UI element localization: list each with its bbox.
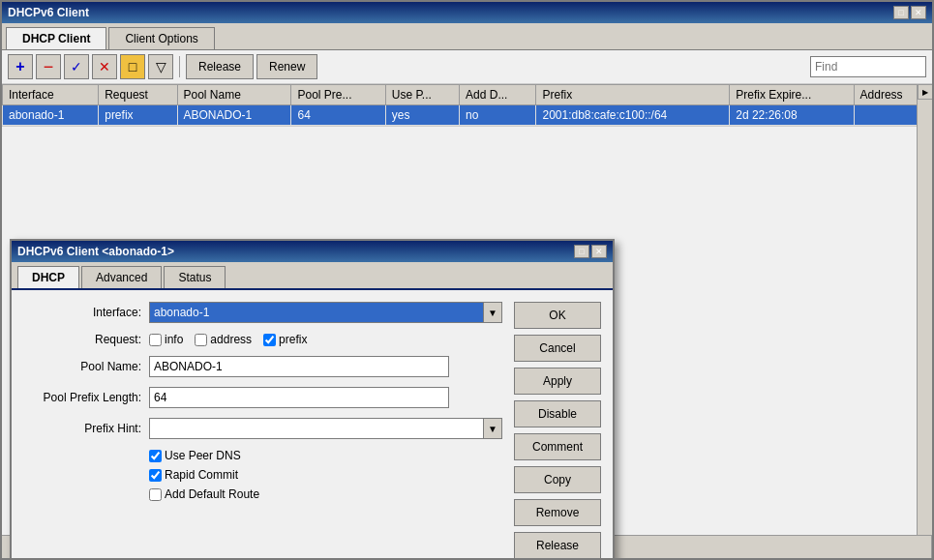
dialog-title: DHCPv6 Client <abonado-1> xyxy=(17,245,174,258)
main-window: DHCPv6 Client □ ✕ DHCP Client Client Opt… xyxy=(0,0,934,560)
copy-button[interactable]: Copy xyxy=(514,466,601,493)
filter-button[interactable]: ▽ xyxy=(148,54,173,79)
main-tab-bar: DHCP Client Client Options xyxy=(2,23,932,50)
add-default-route-checkbox[interactable] xyxy=(149,488,162,501)
rapid-commit-item[interactable]: Rapid Commit xyxy=(149,468,502,482)
request-info-label: info xyxy=(165,333,183,346)
rapid-commit-checkbox[interactable] xyxy=(149,469,162,482)
remove-button[interactable]: Remove xyxy=(514,499,601,526)
col-interface[interactable]: Interface xyxy=(3,85,99,105)
content-area: Interface Request Pool Name Pool Pre... … xyxy=(2,84,932,558)
toolbar-separator xyxy=(179,56,180,77)
pool-prefix-input[interactable] xyxy=(149,387,449,408)
tab-advanced[interactable]: Advanced xyxy=(81,266,162,288)
dialog-title-bar: DHCPv6 Client <abonado-1> □ ✕ xyxy=(12,241,613,262)
request-checkboxes: info address prefix xyxy=(149,333,307,346)
minimize-button[interactable]: □ xyxy=(893,6,909,19)
note-button[interactable]: □ xyxy=(120,54,145,79)
request-address-item[interactable]: address xyxy=(195,333,252,346)
col-prefix[interactable]: Prefix xyxy=(536,85,730,105)
check-button[interactable]: ✓ xyxy=(64,54,89,79)
pool-prefix-row: Pool Prefix Length: xyxy=(23,387,502,408)
add-default-route-item[interactable]: Add Default Route xyxy=(149,487,502,501)
table-container: Interface Request Pool Name Pool Pre... … xyxy=(2,84,932,127)
interface-field-wrapper: ▼ xyxy=(149,302,502,323)
request-info-checkbox[interactable] xyxy=(149,334,162,346)
x-button[interactable]: ✕ xyxy=(92,54,117,79)
title-bar-buttons: □ ✕ xyxy=(893,6,926,19)
use-peer-dns-checkbox[interactable] xyxy=(149,450,162,462)
release-dialog-button[interactable]: Release xyxy=(514,532,601,558)
use-peer-dns-label: Use Peer DNS xyxy=(165,449,241,462)
options-checkboxes: Use Peer DNS Rapid Commit Add Default Ro… xyxy=(149,449,502,501)
col-add-d[interactable]: Add D... xyxy=(460,85,536,105)
request-address-checkbox[interactable] xyxy=(195,334,207,346)
comment-button[interactable]: Comment xyxy=(514,433,601,460)
interface-dropdown-button[interactable]: ▼ xyxy=(483,302,502,323)
title-bar: DHCPv6 Client □ ✕ xyxy=(2,2,932,23)
request-prefix-checkbox[interactable] xyxy=(263,334,276,346)
col-pool-pre[interactable]: Pool Pre... xyxy=(291,85,385,105)
scroll-down-button[interactable]: ▶ xyxy=(918,84,933,100)
request-prefix-label: prefix xyxy=(279,333,307,346)
scrollbar: ▶ xyxy=(917,84,932,535)
dialog-title-buttons: □ ✕ xyxy=(574,245,607,258)
request-address-label: address xyxy=(210,333,252,346)
pool-prefix-label: Pool Prefix Length: xyxy=(23,391,149,404)
prefix-hint-row: Prefix Hint: ▼ xyxy=(23,418,502,439)
dialog-window: DHCPv6 Client <abonado-1> □ ✕ DHCP Advan… xyxy=(10,239,615,558)
dialog-form: Interface: ▼ Request: info xyxy=(23,302,502,558)
pool-name-label: Pool Name: xyxy=(23,360,149,373)
cancel-button[interactable]: Cancel xyxy=(514,335,601,362)
toolbar: + − ✓ ✕ □ ▽ Release Renew xyxy=(2,50,932,84)
cell-pool-prefix: 64 xyxy=(291,105,385,126)
add-default-route-label: Add Default Route xyxy=(165,487,259,501)
release-button[interactable]: Release xyxy=(186,54,254,79)
col-request[interactable]: Request xyxy=(99,85,177,105)
rapid-commit-label: Rapid Commit xyxy=(165,468,238,482)
prefix-hint-wrapper: ▼ xyxy=(149,418,502,439)
main-table: Interface Request Pool Name Pool Pre... … xyxy=(2,84,932,126)
main-title: DHCPv6 Client xyxy=(8,6,89,19)
dialog-tab-bar: DHCP Advanced Status xyxy=(12,262,613,290)
remove-button[interactable]: − xyxy=(36,54,61,79)
cell-add-d: no xyxy=(460,105,536,126)
tab-dhcp[interactable]: DHCP xyxy=(17,266,79,288)
dialog-body: Interface: ▼ Request: info xyxy=(12,290,613,558)
search-input[interactable] xyxy=(810,56,926,77)
interface-label: Interface: xyxy=(23,306,149,319)
close-button[interactable]: ✕ xyxy=(911,6,926,19)
dialog-buttons: OK Cancel Apply Disable Comment Copy Rem… xyxy=(514,302,601,558)
request-prefix-item[interactable]: prefix xyxy=(263,333,307,346)
pool-name-row: Pool Name: xyxy=(23,356,502,377)
col-pool-name[interactable]: Pool Name xyxy=(177,85,291,105)
request-row: Request: info address xyxy=(23,333,502,346)
col-use-p[interactable]: Use P... xyxy=(385,85,459,105)
apply-button[interactable]: Apply xyxy=(514,368,601,395)
interface-input[interactable] xyxy=(149,302,483,323)
prefix-hint-input[interactable] xyxy=(149,418,483,439)
tab-status[interactable]: Status xyxy=(164,266,226,288)
cell-use-p: yes xyxy=(385,105,459,126)
cell-prefix: 2001:db8:cafe:c100::/64 xyxy=(536,105,730,126)
disable-button[interactable]: Disable xyxy=(514,400,601,427)
renew-button[interactable]: Renew xyxy=(256,54,317,79)
col-prefix-expire[interactable]: Prefix Expire... xyxy=(730,85,854,105)
pool-name-input[interactable] xyxy=(149,356,449,377)
prefix-hint-label: Prefix Hint: xyxy=(23,422,149,435)
dialog-close-button[interactable]: ✕ xyxy=(591,245,607,258)
tab-client-options[interactable]: Client Options xyxy=(108,27,214,49)
table-row[interactable]: abonado-1 prefix ABONADO-1 64 yes no 200… xyxy=(3,105,932,126)
request-info-item[interactable]: info xyxy=(149,333,183,346)
tab-dhcp-client[interactable]: DHCP Client xyxy=(6,27,106,49)
prefix-hint-dropdown-button[interactable]: ▼ xyxy=(483,418,502,439)
add-button[interactable]: + xyxy=(8,54,33,79)
dialog-minimize-button[interactable]: □ xyxy=(574,245,589,258)
interface-row: Interface: ▼ xyxy=(23,302,502,323)
request-label: Request: xyxy=(23,333,149,346)
cell-interface: abonado-1 xyxy=(3,105,99,126)
ok-button[interactable]: OK xyxy=(514,302,601,329)
use-peer-dns-item[interactable]: Use Peer DNS xyxy=(149,449,502,462)
cell-prefix-expire: 2d 22:26:08 xyxy=(730,105,854,126)
cell-request: prefix xyxy=(99,105,177,126)
